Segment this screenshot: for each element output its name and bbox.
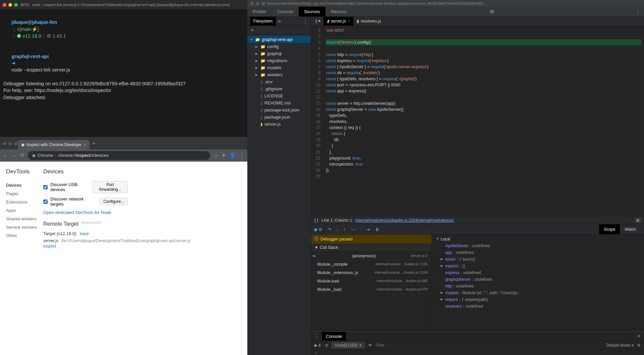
brackets-icon[interactable]: { } [314,218,318,223]
step-icon[interactable]: →· [350,227,356,232]
minimize-window-icon[interactable] [8,142,12,145]
tree-file[interactable]: ▯LICENSE [247,92,311,99]
scope-variable[interactable]: ▶exports: {} [439,263,641,269]
new-tab-button[interactable]: + [92,140,96,147]
settings-icon[interactable]: ⚙ [486,8,498,15]
code-editor[interactable]: 1234567891011121314151617181920212223242… [311,26,644,216]
nav-item-service-workers[interactable]: Service workers [6,223,38,231]
scope-variable[interactable]: http: undefined [439,283,641,290]
profile-icon[interactable]: 👤 [229,152,236,159]
status-link[interactable]: internal/modules/cjs/loader.js:1054inter… [355,218,454,223]
stack-frame[interactable]: Module._extensions..jsinternal/module…/l… [311,269,432,277]
tree-folder[interactable]: ▶📁models [247,64,311,71]
nav-item-extensions[interactable]: Extensions [6,198,38,206]
stack-frame[interactable]: (anonymous)server.js:3 [311,252,432,260]
tree-folder[interactable]: ▶📁graphql [247,50,311,57]
maximize-window-icon[interactable] [261,2,265,5]
tab-memory[interactable]: Memory [326,7,352,16]
more-icon[interactable]: ⋮ [632,8,644,15]
step-over-icon[interactable]: ↷ [328,227,332,232]
tab-profiler[interactable]: Profiler [247,7,272,16]
port-forwarding-button[interactable]: Port forwarding... [93,181,128,193]
stack-frame[interactable]: Module.loadinternal/module…/loader.js:98… [311,277,432,285]
console-sidebar-icon[interactable]: ▶⏸ [314,343,321,348]
live-expression-icon[interactable]: 👁 [368,343,372,348]
nav-item-shared-workers[interactable]: Shared workers [6,215,38,223]
close-window-icon[interactable] [250,2,254,5]
resume-icon[interactable]: ▶⏸ [314,227,323,232]
console-input[interactable]: › [311,350,644,355]
trace-link[interactable]: trace [80,231,89,236]
tree-file[interactable]: ▯package-lock.json [247,106,311,114]
scope-variable[interactable]: ▶require: ƒ require(path) [439,296,641,303]
log-levels-select[interactable]: Default levels ▾ [606,343,634,348]
nav-item-apps[interactable]: Apps [6,206,38,215]
close-window-icon[interactable] [3,3,6,7]
scope-root[interactable]: ▼Local [435,236,641,242]
minimize-window-icon[interactable] [8,3,12,7]
toggle-navigator-icon[interactable]: ⫿◨ [312,17,324,26]
stack-frame[interactable]: Module._loadinternal/module…/loader.js:8… [311,285,432,294]
configure-button[interactable]: Configure... [100,198,128,205]
tree-file[interactable]: ▮server.js [247,121,311,128]
tree-file[interactable]: ▯.env [247,78,311,85]
scope-variable[interactable]: express: undefined [439,269,641,276]
execution-context-select[interactable]: node[81160] ▾ [332,342,365,349]
tree-file[interactable]: ▯package.json [247,114,311,121]
inspect-link[interactable]: inspect [43,244,242,249]
tree-file[interactable]: ▯.gitignore [247,85,311,92]
call-stack-header[interactable]: ▼Call Stack [311,243,432,252]
scope-variable[interactable]: resolvers: undefined [439,303,641,310]
nav-item-other[interactable]: Other [6,231,38,240]
tree-file[interactable]: ▯README.md [247,99,311,106]
tree-folder[interactable]: ▶📁seeders [247,71,311,78]
add-folder-button[interactable]: + [247,26,311,35]
nav-item-pages[interactable]: Pages [6,189,38,198]
terminal-body[interactable]: jduque@jduque-ltm :: ±[main⚡] :: ⬢ v12.1… [0,9,247,137]
more-tabs-icon[interactable]: » [278,18,281,24]
discover-usb-checkbox[interactable] [43,185,48,189]
close-console-icon[interactable]: × [634,333,644,339]
tree-folder-root[interactable]: ▼📁 graphql-rent-api [247,36,311,43]
step-into-icon[interactable]: ↓ [336,227,339,232]
maximize-window-icon[interactable] [14,3,18,7]
clear-console-icon[interactable]: ⊘ [325,343,328,348]
file-tab[interactable]: ▮server.js× [324,17,353,26]
scope-variable[interactable]: ▶boom: ƒ boom() [439,256,641,263]
scope-variable[interactable]: ▶module: Module {id: ".", path: "/Users/… [439,290,641,296]
address-bar[interactable]: ◉ Chrome| chrome://inspect/#devices [28,151,210,160]
scope-tab[interactable]: Scope [599,224,620,234]
tree-folder[interactable]: ▶📁config [247,43,311,50]
console-menu-icon[interactable]: ⋮ [311,333,322,340]
watch-tab[interactable]: Watch [620,224,641,234]
discover-network-checkbox[interactable] [43,199,48,204]
pause-exceptions-icon[interactable]: ⏸ [375,227,380,232]
menu-icon[interactable]: ⋮ [239,152,245,159]
browser-tab[interactable]: ◉ Inspect with Chrome Develope × [18,140,90,149]
console-filter-input[interactable] [376,343,603,348]
tab-sources[interactable]: Sources [299,7,326,16]
tree-folder[interactable]: ▶📁migrations [247,57,311,64]
minimize-window-icon[interactable] [256,2,259,5]
close-window-icon[interactable] [3,142,6,145]
back-icon[interactable]: ← [3,152,8,159]
reload-icon[interactable]: ⟳ [20,152,24,159]
deactivate-breakpoints-icon[interactable]: ⇥ [366,227,370,232]
tab-console[interactable]: Console [272,7,299,16]
coverage-icon[interactable]: ▤ [635,218,641,222]
panel-options-icon[interactable]: ⋮ [303,18,308,25]
stack-frame[interactable]: Module._compileinternal/module…loader.js… [311,260,432,269]
scope-variable[interactable]: app: undefined [439,249,641,256]
scope-variable[interactable]: ApolloServer: undefined [439,242,641,249]
extensions-icon[interactable]: ✦ [221,152,226,159]
file-tab[interactable]: ▮resolvers.js [353,17,385,26]
forward-icon[interactable]: → [11,152,17,159]
nav-item-devices[interactable]: Devices [6,181,38,189]
console-settings-icon[interactable]: ⚙ [637,343,641,348]
console-tab[interactable]: Console [322,332,346,341]
star-icon[interactable]: ☆ [213,152,218,159]
dedicated-devtools-link[interactable]: Open dedicated DevTools for Node [43,210,242,215]
scope-variable[interactable]: graphqlServer: undefined [439,276,641,283]
step-out-icon[interactable]: ↑ [343,227,346,232]
maximize-window-icon[interactable] [14,142,18,145]
